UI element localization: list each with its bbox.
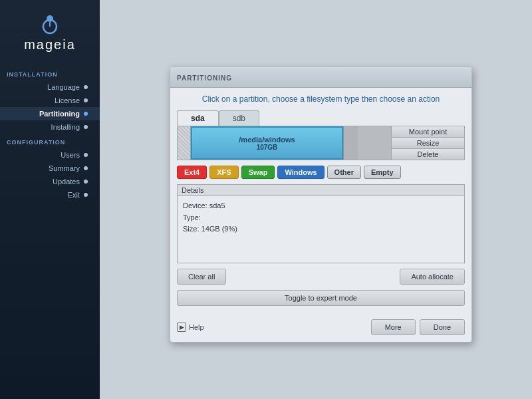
sidebar-item-label: Summary [49,164,80,172]
sidebar-item-users[interactable]: Users [0,148,100,162]
resize-button[interactable]: Resize [392,138,464,149]
svg-point-1 [47,15,53,22]
configuration-section-label: CONFIGURATION [0,134,100,148]
footer-buttons: More Done [371,319,465,335]
partition-segment-small[interactable] [178,126,191,160]
toggle-expert-wrapper: Toggle to expert mode [177,290,465,311]
delete-button[interactable]: Delete [392,149,464,160]
detail-device: Device: sda5 [183,200,459,212]
installation-section-label: INSTALLATION [0,66,100,80]
partition-segment-windows[interactable]: /media/windows 107GB [191,126,343,160]
details-content: Device: sda5 Type: Size: 14GB (9%) [178,196,464,263]
help-link[interactable]: ▶ Help [177,323,204,332]
sidebar-item-license[interactable]: License [0,94,100,107]
logo-area: mageia [24,7,76,53]
sidebar-item-dot [84,125,88,129]
help-icon: ▶ [177,323,186,332]
sidebar-item-label: License [55,96,80,104]
sidebar-item-label: Users [61,151,80,159]
dialog-footer: ▶ Help More Done [177,317,465,335]
sidebar-item-dot [84,85,88,89]
sidebar: mageia INSTALLATION Language License Par… [0,0,100,399]
app-name: mageia [24,37,76,53]
sidebar-item-label: Partitioning [39,110,80,118]
dialog-title: PARTITIONING [177,74,232,82]
sidebar-item-installing[interactable]: Installing [0,120,100,134]
sidebar-item-dot [84,180,88,184]
dialog-body: Click on a partition, choose a filesyste… [170,88,471,342]
fs-button-windows[interactable]: Windows [277,166,324,179]
done-button[interactable]: Done [420,319,465,335]
sidebar-item-dot [84,166,88,170]
fs-button-empty[interactable]: Empty [364,166,401,179]
partition-name: /media/windows [239,136,295,144]
mageia-logo-icon [38,12,62,36]
clear-all-button[interactable]: Clear all [177,269,226,285]
fs-button-ext4[interactable]: Ext4 [177,166,207,179]
sidebar-item-updates[interactable]: Updates [0,175,100,188]
sidebar-item-dot [84,153,88,157]
fs-type-buttons: Ext4 XFS Swap Windows Other Empty [177,166,465,179]
sidebar-item-language[interactable]: Language [0,80,100,94]
partitioning-dialog: PARTITIONING Click on a partition, choos… [170,66,472,342]
instruction-text: Click on a partition, choose a filesyste… [177,94,465,104]
dialog-titlebar: PARTITIONING [170,67,471,88]
sidebar-item-partitioning[interactable]: Partitioning [0,107,100,120]
detail-type: Type: [183,212,459,224]
disk-tab-sdb[interactable]: sdb [219,110,259,126]
partition-segment-medium[interactable] [343,126,358,160]
sidebar-item-dot [84,193,88,197]
auto-allocate-button[interactable]: Auto allocate [400,269,465,285]
sidebar-item-summary[interactable]: Summary [0,162,100,175]
main-content: PARTITIONING Click on a partition, choos… [100,0,532,399]
partition-size: 107GB [257,144,278,151]
disk-tab-sda[interactable]: sda [177,110,219,126]
sidebar-item-label: Exit [68,191,80,199]
fs-button-xfs[interactable]: XFS [209,166,238,179]
bottom-buttons: Clear all Auto allocate [177,269,465,285]
more-button[interactable]: More [371,319,416,335]
details-group: Details Device: sda5 Type: Size: 14GB (9… [177,184,465,263]
sidebar-item-exit[interactable]: Exit [0,188,100,201]
details-legend: Details [178,185,464,196]
help-label: Help [189,323,204,331]
sidebar-item-dot [84,112,88,116]
fs-button-swap[interactable]: Swap [241,166,275,179]
disk-tabs: sda sdb [177,110,465,126]
partition-segment-large[interactable] [358,126,391,160]
sidebar-item-label: Language [47,83,80,91]
sidebar-item-dot [84,98,88,102]
detail-size: Size: 14GB (9%) [183,223,459,235]
sidebar-item-label: Installing [51,123,80,131]
fs-button-other[interactable]: Other [327,166,361,179]
toggle-expert-button[interactable]: Toggle to expert mode [177,290,465,306]
mount-point-button[interactable]: Mount point [392,126,464,138]
sidebar-item-label: Updates [53,178,80,186]
